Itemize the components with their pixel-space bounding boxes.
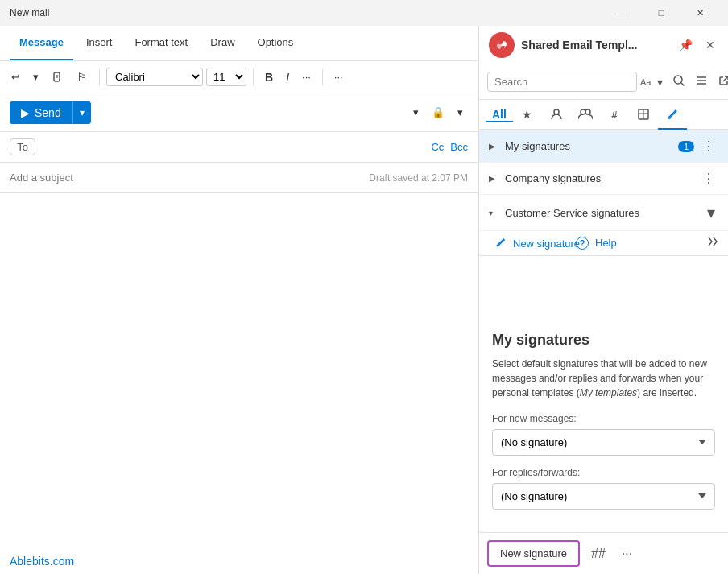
more-formatting-button[interactable]: ··· <box>297 68 316 86</box>
tab-bar: Message Insert Format text Draw Options <box>0 26 478 61</box>
company-signatures-more-button[interactable]: ⋮ <box>699 169 718 188</box>
window-title: New mail <box>10 7 49 19</box>
new-messages-signature-select[interactable]: (No signature) <box>492 429 715 456</box>
tab-format-text[interactable]: Format text <box>125 26 197 60</box>
tree-item-company-signatures[interactable]: ▶ Company signatures ⋮ <box>479 163 728 195</box>
email-body[interactable] <box>0 193 478 548</box>
help-icon: ? <box>576 237 589 250</box>
attach-button[interactable] <box>47 68 69 87</box>
shared-email-panel: Shared Email Templ... 📌 ✕ Aa ▾ <box>478 26 728 574</box>
chevron-icon: ▶ <box>489 142 500 151</box>
bcc-button[interactable]: Bcc <box>450 141 468 153</box>
send-right-actions: ▾ 🔒 ▾ <box>408 103 468 122</box>
customer-service-more-button[interactable]: ▾ <box>704 201 718 224</box>
main-layout: Message Insert Format text Draw Options … <box>0 26 728 574</box>
subject-row: Draft saved at 2:07 PM <box>0 163 478 193</box>
panel-footer: New signature ## ··· <box>479 532 728 574</box>
security-button[interactable]: 🔒 <box>427 103 449 122</box>
tree-item-customer-service[interactable]: ▾ Customer Service signatures ▾ <box>479 195 728 231</box>
svg-line-8 <box>723 76 728 81</box>
panel-main-content: My signatures Select default signatures … <box>479 319 728 533</box>
pin-button[interactable]: 📌 <box>676 35 696 55</box>
minimize-button[interactable]: — <box>604 0 641 26</box>
close-button[interactable]: ✕ <box>681 0 718 26</box>
tab-table[interactable] <box>629 101 658 130</box>
tab-message[interactable]: Message <box>10 26 73 60</box>
formatting-toolbar: ↩ ▾ 🏳 Calibri Arial Times New Roman 11 1… <box>0 61 478 93</box>
panel-logo <box>489 32 515 58</box>
customer-service-label: Customer Service signatures <box>505 207 699 219</box>
font-family-select[interactable]: Calibri Arial Times New Roman <box>106 68 203 86</box>
tree-item-my-signatures[interactable]: ▶ My signatures 1 ⋮ <box>479 130 728 163</box>
tab-all[interactable]: All <box>486 108 513 122</box>
hash-footer-button[interactable]: ## <box>586 543 610 564</box>
chevron-icon: ▶ <box>489 174 500 183</box>
tab-insert[interactable]: Insert <box>77 26 122 60</box>
separator-3 <box>322 69 323 85</box>
panel-content-description: Select default signatures that will be a… <box>492 357 715 400</box>
maximize-button[interactable]: □ <box>643 0 680 26</box>
tab-options[interactable]: Options <box>248 26 304 60</box>
tab-shared[interactable] <box>571 101 600 130</box>
cc-button[interactable]: Cc <box>431 141 444 153</box>
tab-starred[interactable]: ★ <box>513 101 542 130</box>
send-dropdown-button[interactable]: ▾ <box>72 101 91 124</box>
email-compose-pane: Message Insert Format text Draw Options … <box>0 26 478 574</box>
replies-signature-select[interactable]: (No signature) <box>492 483 715 510</box>
panel-close-button[interactable]: ✕ <box>702 35 718 55</box>
svg-line-4 <box>681 83 684 85</box>
my-signatures-label: My signatures <box>505 140 673 152</box>
list-view-button[interactable] <box>692 71 711 93</box>
font-size-select[interactable]: 11 12 14 <box>206 68 246 86</box>
new-messages-label: For new messages: <box>492 413 715 424</box>
search-bar: Aa ▾ <box>479 64 728 100</box>
title-bar: New mail — □ ✕ <box>0 0 728 26</box>
to-input[interactable] <box>35 141 431 153</box>
new-signature-button[interactable]: New signature <box>487 540 580 567</box>
to-row: To Cc Bcc <box>0 132 478 163</box>
italic-button[interactable]: I <box>281 68 294 87</box>
edit-icon <box>495 237 507 250</box>
draft-saved-status: Draft saved at 2:07 PM <box>369 172 468 184</box>
svg-point-11 <box>585 109 590 114</box>
icon-tabs: All ★ # <box>479 100 728 130</box>
bold-button[interactable]: B <box>260 68 278 87</box>
panel-title: Shared Email Templ... <box>521 39 669 52</box>
replies-label: For replies/forwards: <box>492 467 715 478</box>
tab-draw[interactable]: Draw <box>201 26 244 60</box>
search-button[interactable] <box>669 71 689 93</box>
to-label: To <box>10 138 35 155</box>
customer-service-sub-items: New signature ? Help <box>479 231 728 256</box>
panel-header: Shared Email Templ... 📌 ✕ <box>479 26 728 64</box>
more-footer-button[interactable]: ··· <box>617 543 637 564</box>
help-label: Help <box>595 237 617 249</box>
external-link-button[interactable] <box>714 71 728 93</box>
send-button[interactable]: ▶ Send <box>10 101 72 124</box>
discard-button[interactable]: ▾ <box>408 103 424 122</box>
cc-bcc-buttons: Cc Bcc <box>431 141 468 153</box>
company-signatures-label: Company signatures <box>505 172 694 184</box>
separator-2 <box>253 69 254 85</box>
send-icon: ▶ <box>21 106 30 119</box>
more-send-options-button[interactable]: ▾ <box>453 103 468 122</box>
more-options-button[interactable]: ··· <box>329 68 348 86</box>
svg-point-9 <box>554 109 559 114</box>
my-signatures-more-button[interactable]: ⋮ <box>699 137 718 155</box>
tab-personal[interactable] <box>542 101 571 130</box>
aa-label: Aa <box>640 77 651 87</box>
search-dropdown-button[interactable]: ▾ <box>654 72 666 92</box>
branding: Ablebits.com <box>0 548 478 574</box>
tab-hash[interactable]: # <box>600 101 629 130</box>
tab-signature[interactable] <box>658 101 687 130</box>
help-sub-item[interactable]: ? Help <box>560 230 728 255</box>
svg-point-10 <box>581 109 585 114</box>
panel-content-title: My signatures <box>492 332 715 349</box>
undo-dropdown-button[interactable]: ▾ <box>28 68 43 86</box>
my-signatures-badge: 1 <box>678 141 694 152</box>
flag-button[interactable]: 🏳 <box>72 68 93 86</box>
subject-input[interactable] <box>10 171 369 184</box>
search-input[interactable] <box>487 72 637 92</box>
send-button-group: ▶ Send ▾ <box>10 101 91 124</box>
tree-list: ▶ My signatures 1 ⋮ ▶ Company signatures… <box>479 130 728 319</box>
undo-button[interactable]: ↩ <box>6 68 25 86</box>
